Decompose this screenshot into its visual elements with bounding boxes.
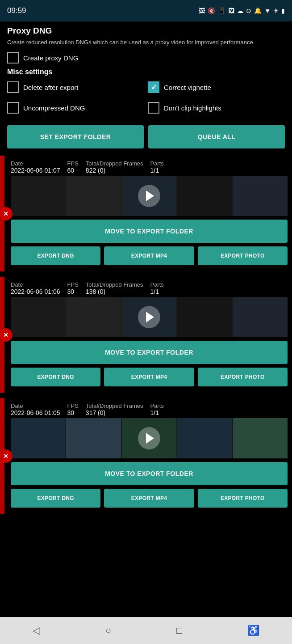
export-dng-2-button[interactable]: EXPORT DNG: [11, 489, 100, 508]
thumb-cell-1-3: [177, 297, 232, 337]
delete-x-icon-2: [0, 449, 13, 463]
dont-clip-highlights-row[interactable]: Don't clip highlights: [148, 102, 285, 114]
export-photo-0-button[interactable]: EXPORT PHOTO: [198, 246, 288, 265]
recents-button[interactable]: □: [167, 621, 191, 640]
clip-parts-group-2: Parts 1/1: [150, 402, 163, 416]
clip-frames-group-1: Total/Dropped Frames 138 (0): [86, 281, 143, 295]
clip-thumbnail-2[interactable]: [11, 418, 288, 458]
clip-date-label-1: Date: [11, 281, 60, 288]
thumb-cell-1-4: [233, 297, 288, 337]
clip-fps-group-2: FPS 30: [67, 402, 79, 416]
thumb-cell-0-3: [177, 176, 232, 216]
accessibility-button[interactable]: ♿: [238, 621, 268, 640]
thumb-cell-0-1: [66, 176, 121, 216]
play-button-2[interactable]: [138, 427, 160, 449]
move-to-export-folder-2-button[interactable]: MOVE TO EXPORT FOLDER: [11, 462, 288, 485]
delete-after-export-label: Delete after export: [23, 84, 78, 91]
thumb-cell-2-3: [177, 418, 232, 458]
queue-all-button[interactable]: QUEUE ALL: [148, 125, 285, 148]
move-to-export-folder-0-button[interactable]: MOVE TO EXPORT FOLDER: [11, 220, 288, 243]
thumb-cell-2-0: [11, 418, 65, 458]
home-icon: ○: [105, 625, 111, 636]
export-buttons-0: EXPORT DNG EXPORT MP4 EXPORT PHOTO: [11, 246, 288, 265]
set-export-folder-button[interactable]: SET EXPORT FOLDER: [7, 125, 144, 148]
create-proxy-checkbox[interactable]: [7, 52, 19, 64]
uncompressed-dng-label: Uncompressed DNG: [23, 104, 85, 112]
accessibility-icon: ♿: [247, 625, 259, 636]
main-content: Proxy DNG Create reduced resolution DNGs…: [0, 21, 292, 148]
clip-date-0: 2022-06-06 01:07: [11, 167, 60, 174]
dont-clip-highlights-label: Don't clip highlights: [164, 104, 221, 112]
home-button[interactable]: ○: [96, 621, 120, 640]
status-time: 09:59: [7, 6, 26, 15]
image-icon: 🖼: [228, 7, 234, 14]
export-mp4-1-button[interactable]: EXPORT MP4: [104, 368, 194, 386]
correct-vignette-checkbox[interactable]: [148, 81, 159, 93]
play-button-1[interactable]: [138, 306, 160, 328]
airplane-icon: ✈: [273, 7, 279, 14]
clip-fps-group-1: FPS 30: [67, 281, 79, 295]
clip-date-2: 2022-06-06 01:05: [11, 409, 60, 416]
export-photo-2-button[interactable]: EXPORT PHOTO: [198, 489, 288, 508]
export-buttons-2: EXPORT DNG EXPORT MP4 EXPORT PHOTO: [11, 489, 288, 508]
thumb-cell-0-4: [233, 176, 288, 216]
delete-x-icon-0: [0, 207, 13, 220]
export-photo-1-button[interactable]: EXPORT PHOTO: [198, 368, 288, 386]
clip-frames-2: 317 (0): [86, 409, 143, 416]
clip-parts-label-2: Parts: [150, 402, 163, 409]
delete-after-export-row[interactable]: Delete after export: [7, 81, 144, 93]
thumb-cell-2-1: [66, 418, 121, 458]
clip-content-2: Date 2022-06-06 01:05 FPS 30 Total/Dropp…: [6, 398, 292, 514]
back-button[interactable]: ◁: [24, 621, 49, 640]
move-to-export-folder-1-button[interactable]: MOVE TO EXPORT FOLDER: [11, 341, 288, 364]
correct-vignette-row[interactable]: Correct vignette: [148, 81, 285, 93]
clip-meta-1: Date 2022-06-06 01:06 FPS 30 Total/Dropp…: [11, 281, 288, 295]
export-buttons-1: EXPORT DNG EXPORT MP4 EXPORT PHOTO: [11, 368, 288, 386]
thumb-cell-2-4: [233, 418, 288, 458]
status-icons: 🖼 🔇 📱 🖼 ☁ ⊖ 🔔 ▼ ✈ ▮: [199, 7, 285, 14]
clip-fps-label-1: FPS: [67, 281, 79, 288]
export-mp4-0-button[interactable]: EXPORT MP4: [104, 246, 194, 265]
clip-parts-0: 1/1: [150, 167, 163, 174]
thumb-cell-1-0: [11, 297, 65, 337]
signal-icon: ▼: [264, 7, 271, 14]
clip-content-1: Date 2022-06-06 01:06 FPS 30 Total/Dropp…: [6, 277, 292, 393]
clip-meta-0: Date 2022-06-06 01:07 FPS 60 Total/Dropp…: [11, 160, 288, 174]
create-proxy-row[interactable]: Create proxy DNG: [7, 52, 285, 64]
clip-meta-2: Date 2022-06-06 01:05 FPS 30 Total/Dropp…: [11, 402, 288, 416]
misc-settings-grid: Delete after export Correct vignette Unc…: [7, 81, 285, 118]
clip-parts-1: 1/1: [150, 288, 163, 295]
clip-thumbnail-1[interactable]: [11, 297, 288, 337]
play-button-0[interactable]: [138, 185, 160, 207]
back-icon: ◁: [33, 625, 40, 636]
battery-icon: ▮: [281, 7, 285, 14]
clip-fps-0: 60: [67, 167, 79, 174]
clip-thumbnail-0[interactable]: [11, 176, 288, 216]
export-dng-1-button[interactable]: EXPORT DNG: [11, 368, 100, 386]
status-bar: 09:59 🖼 🔇 📱 🖼 ☁ ⊖ 🔔 ▼ ✈ ▮: [0, 0, 292, 21]
minus-icon: ⊖: [246, 7, 251, 14]
clips-container: Date 2022-06-06 01:07 FPS 60 Total/Dropp…: [0, 156, 292, 514]
thumb-cell-1-1: [66, 297, 121, 337]
export-mp4-2-button[interactable]: EXPORT MP4: [104, 489, 194, 508]
clip-date-group-1: Date 2022-06-06 01:06: [11, 281, 60, 295]
clip-card-2: Date 2022-06-06 01:05 FPS 30 Total/Dropp…: [0, 398, 292, 514]
uncompressed-dng-checkbox[interactable]: [7, 102, 19, 114]
delete-after-export-checkbox[interactable]: [7, 81, 19, 93]
action-buttons: SET EXPORT FOLDER QUEUE ALL: [7, 125, 285, 148]
clip-frames-group-0: Total/Dropped Frames 822 (0): [86, 160, 143, 174]
uncompressed-dng-row[interactable]: Uncompressed DNG: [7, 102, 144, 114]
export-dng-0-button[interactable]: EXPORT DNG: [11, 246, 100, 265]
clip-date-label-2: Date: [11, 402, 60, 409]
clip-fps-label-2: FPS: [67, 402, 79, 409]
clip-date-group-0: Date 2022-06-06 01:07: [11, 160, 60, 174]
camera-icon: 🖼: [199, 7, 205, 14]
recents-icon: □: [176, 625, 182, 636]
clip-date-group-2: Date 2022-06-06 01:05: [11, 402, 60, 416]
clip-parts-2: 1/1: [150, 409, 163, 416]
page-title: Proxy DNG: [7, 26, 285, 36]
clip-frames-label-2: Total/Dropped Frames: [86, 402, 143, 409]
clip-date-label-0: Date: [11, 160, 60, 167]
clip-frames-group-2: Total/Dropped Frames 317 (0): [86, 402, 143, 416]
dont-clip-highlights-checkbox[interactable]: [148, 102, 159, 114]
